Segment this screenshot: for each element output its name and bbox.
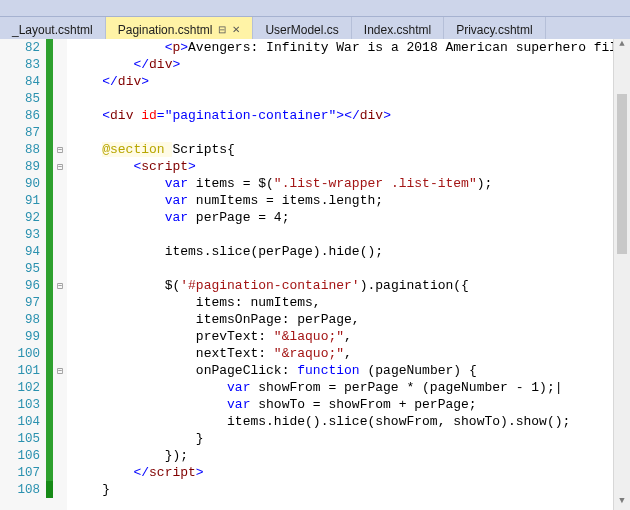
code-line[interactable]: } <box>71 430 630 447</box>
gutter-row: 104 <box>0 413 67 430</box>
change-marker <box>46 260 53 277</box>
change-marker <box>46 413 53 430</box>
line-number: 85 <box>0 92 46 106</box>
gutter-row: 84 <box>0 73 67 90</box>
code-line[interactable]: items: numItems, <box>71 294 630 311</box>
gutter-row: 106 <box>0 447 67 464</box>
change-marker <box>46 39 53 56</box>
line-number: 99 <box>0 330 46 344</box>
line-number: 104 <box>0 415 46 429</box>
line-number: 105 <box>0 432 46 446</box>
code-line[interactable] <box>71 226 630 243</box>
tab-usermodel-cs[interactable]: UserModel.cs <box>253 17 351 39</box>
gutter-row: 99 <box>0 328 67 345</box>
gutter-row: 86 <box>0 107 67 124</box>
code-area[interactable]: <p>Avengers: Infinity War is a 2018 Amer… <box>67 39 630 510</box>
line-number: 98 <box>0 313 46 327</box>
code-line[interactable]: var perPage = 4; <box>71 209 630 226</box>
code-line[interactable]: <p>Avengers: Infinity War is a 2018 Amer… <box>71 39 630 56</box>
fold-toggle[interactable]: ⊟ <box>53 144 67 156</box>
code-line[interactable]: </div> <box>71 56 630 73</box>
code-line[interactable]: var showTo = showFrom + perPage; <box>71 396 630 413</box>
fold-toggle[interactable]: ⊟ <box>53 161 67 173</box>
tab-label: _Layout.cshtml <box>12 23 93 37</box>
change-marker <box>46 209 53 226</box>
line-number: 106 <box>0 449 46 463</box>
gutter-row: 98 <box>0 311 67 328</box>
code-line[interactable]: </div> <box>71 73 630 90</box>
line-number: 86 <box>0 109 46 123</box>
gutter-row: 96⊟ <box>0 277 67 294</box>
change-marker <box>46 107 53 124</box>
change-marker <box>46 158 53 175</box>
pin-icon[interactable]: ⊟ <box>218 24 226 35</box>
code-line[interactable]: items.hide().slice(showFrom, showTo).sho… <box>71 413 630 430</box>
change-marker <box>46 73 53 90</box>
line-number: 83 <box>0 58 46 72</box>
line-number: 107 <box>0 466 46 480</box>
code-line[interactable]: prevText: "&laquo;", <box>71 328 630 345</box>
vertical-scrollbar[interactable]: ▲ ▼ <box>613 39 630 510</box>
gutter-row: 82 <box>0 39 67 56</box>
change-marker <box>46 447 53 464</box>
gutter-row: 89⊟ <box>0 158 67 175</box>
line-number: 91 <box>0 194 46 208</box>
gutter: 82838485868788⊟89⊟90919293949596⊟9798991… <box>0 39 67 510</box>
change-marker <box>46 396 53 413</box>
line-number: 97 <box>0 296 46 310</box>
gutter-row: 101⊟ <box>0 362 67 379</box>
scroll-up-arrow[interactable]: ▲ <box>614 39 630 54</box>
scroll-thumb[interactable] <box>617 94 627 254</box>
scroll-down-arrow[interactable]: ▼ <box>614 496 630 510</box>
close-icon[interactable]: ✕ <box>232 24 240 35</box>
code-line[interactable]: var items = $(".list-wrapper .list-item"… <box>71 175 630 192</box>
change-marker <box>46 192 53 209</box>
line-number: 88 <box>0 143 46 157</box>
code-line[interactable]: var numItems = items.length; <box>71 192 630 209</box>
code-line[interactable]: nextText: "&raquo;", <box>71 345 630 362</box>
change-marker <box>46 243 53 260</box>
change-marker <box>46 175 53 192</box>
change-marker <box>46 56 53 73</box>
gutter-row: 97 <box>0 294 67 311</box>
change-marker <box>46 311 53 328</box>
tab-bar: _Layout.cshtmlPagination.cshtml⊟✕UserMod… <box>0 17 630 39</box>
gutter-row: 83 <box>0 56 67 73</box>
change-marker <box>46 430 53 447</box>
line-number: 90 <box>0 177 46 191</box>
code-line[interactable]: items.slice(perPage).hide(); <box>71 243 630 260</box>
line-number: 95 <box>0 262 46 276</box>
code-line[interactable] <box>71 260 630 277</box>
code-line[interactable]: @section Scripts{ <box>71 141 630 158</box>
tab-index-cshtml[interactable]: Index.cshtml <box>352 17 444 39</box>
line-number: 100 <box>0 347 46 361</box>
tab-pagination-cshtml[interactable]: Pagination.cshtml⊟✕ <box>106 17 254 39</box>
code-line[interactable]: onPageClick: function (pageNumber) { <box>71 362 630 379</box>
code-line[interactable]: <script> <box>71 158 630 175</box>
fold-toggle[interactable]: ⊟ <box>53 365 67 377</box>
gutter-row: 93 <box>0 226 67 243</box>
line-number: 96 <box>0 279 46 293</box>
change-marker <box>46 277 53 294</box>
code-line[interactable]: <div id="pagination-container"></div> <box>71 107 630 124</box>
gutter-row: 92 <box>0 209 67 226</box>
gutter-row: 107 <box>0 464 67 481</box>
code-line[interactable] <box>71 90 630 107</box>
title-strip <box>0 0 630 17</box>
code-line[interactable]: $('#pagination-container').pagination({ <box>71 277 630 294</box>
line-number: 102 <box>0 381 46 395</box>
code-line[interactable]: } <box>71 481 630 498</box>
code-editor[interactable]: 82838485868788⊟89⊟90919293949596⊟9798991… <box>0 39 630 510</box>
change-marker <box>46 226 53 243</box>
tab--layout-cshtml[interactable]: _Layout.cshtml <box>0 17 106 39</box>
fold-toggle[interactable]: ⊟ <box>53 280 67 292</box>
gutter-row: 85 <box>0 90 67 107</box>
gutter-row: 105 <box>0 430 67 447</box>
code-line[interactable]: itemsOnPage: perPage, <box>71 311 630 328</box>
code-line[interactable]: </script> <box>71 464 630 481</box>
code-line[interactable]: var showFrom = perPage * (pageNumber - 1… <box>71 379 630 396</box>
code-line[interactable]: }); <box>71 447 630 464</box>
tab-privacy-cshtml[interactable]: Privacy.cshtml <box>444 17 545 39</box>
tab-label: Privacy.cshtml <box>456 23 532 37</box>
code-line[interactable] <box>71 124 630 141</box>
